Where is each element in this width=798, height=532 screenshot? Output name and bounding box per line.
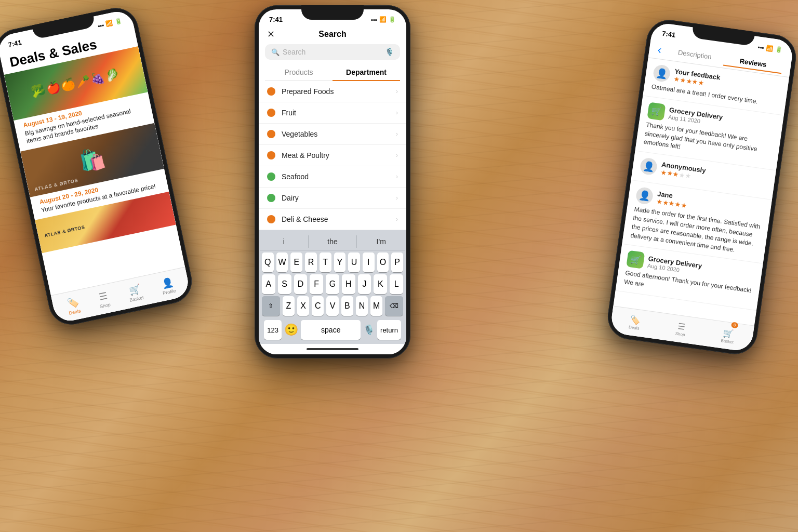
search-tabs: Products Department [265,64,400,81]
key-o[interactable]: O [377,252,389,272]
key-numbers[interactable]: 123 [264,320,282,340]
key-k[interactable]: K [374,274,387,294]
review-meta-3: Anonymously ★★★★★ [660,161,706,182]
nav-deals[interactable]: 🏷️ Deals [66,296,82,315]
rnav-shop-icon: ☰ [677,321,686,332]
wifi-icon: 📶 [105,19,113,28]
key-n[interactable]: N [356,296,368,316]
dept-dot-meat [267,151,275,159]
key-x[interactable]: X [297,296,309,316]
key-u[interactable]: U [348,252,360,272]
key-i[interactable]: I [363,252,375,272]
back-button[interactable]: ‹ [657,43,662,57]
chevron-meat: › [396,152,398,159]
search-input-bar[interactable]: 🔍 Search 🎙️ [265,44,400,60]
home-indicator-2 [259,344,406,354]
chevron-veg: › [396,130,398,138]
status-icons-2: ▪▪▪ 📶 🔋 [371,16,396,23]
key-q[interactable]: Q [262,252,274,272]
dept-name-meat: Meat & Poultry [282,151,390,159]
keyboard-row-4: 123 🙂 space 🎙️ return [260,318,405,344]
keyboard-row-1: Q W E R T Y U I O P [262,252,403,272]
rnav-deals[interactable]: 🏷️ Deals [629,314,641,331]
key-f[interactable]: F [310,274,323,294]
dept-dairy[interactable]: Dairy › [259,188,406,209]
key-a[interactable]: A [262,274,275,294]
deals-label: Deals [69,308,82,316]
key-r[interactable]: R [305,252,317,272]
chevron-seafood: › [396,173,398,180]
suggest-im[interactable]: I'm [357,235,405,248]
key-w[interactable]: W [276,252,288,272]
key-shift[interactable]: ⇧ [262,296,280,316]
battery-icon: 🔋 [114,18,123,26]
basket-badge: 0 [731,322,738,329]
keyboard-row-2: A S D F G H J K L [262,274,403,294]
nav-basket[interactable]: 🛒 Basket [126,283,144,303]
dept-prepared-foods[interactable]: Prepared Foods › [259,81,406,102]
key-emoji[interactable]: 🙂 [284,323,298,337]
rnav-basket[interactable]: 0 🛒 Basket [721,327,736,344]
key-space[interactable]: space [301,320,361,340]
key-g[interactable]: G [326,274,339,294]
chevron-prepared: › [396,88,398,95]
search-placeholder: Search [283,48,382,56]
home-bar-2 [307,348,358,350]
key-p[interactable]: P [391,252,403,272]
suggest-the[interactable]: the [309,235,357,248]
dept-dot-deli [267,215,275,223]
close-button[interactable]: ✕ [267,29,275,40]
review-meta-4: Jane ★★★★★ [656,190,689,209]
mic-icon[interactable]: 🎙️ [385,48,394,56]
keyboard: i the I'm Q W E R T Y U I O [259,230,406,344]
basket-icon: 🛒 [128,283,141,296]
dept-seafood[interactable]: Seafood › [259,166,406,188]
key-b[interactable]: B [341,296,353,316]
dept-fruit[interactable]: Fruit › [259,102,406,124]
phone2-frame: 7:41 ▪▪▪ 📶 🔋 ✕ Search 🔍 Search 🎙 [255,5,410,358]
key-mic[interactable]: 🎙️ [363,324,375,336]
key-m[interactable]: M [370,296,382,316]
signal-icon-2: ▪▪▪ [371,17,377,23]
search-page-title: Search [318,30,346,39]
dept-vegetables[interactable]: Vegetables › [259,124,406,145]
key-c[interactable]: C [312,296,324,316]
shop-icon: ☰ [98,290,108,303]
key-h[interactable]: H [342,274,355,294]
avatar-3: 👤 [639,157,658,176]
rnav-deals-icon: 🏷️ [629,314,641,326]
dept-name-veg: Vegetables [282,130,390,138]
dept-name-prepared: Prepared Foods [282,87,390,96]
tab-department[interactable]: Department [332,64,400,81]
notch-2 [301,5,364,20]
deals-icon: 🏷️ [66,296,79,309]
rnav-shop-label: Shop [675,331,685,338]
dept-deli[interactable]: Deli & Cheese › [259,209,406,230]
dept-name-deli: Deli & Cheese [282,215,390,223]
status-icons-3: ▪▪▪ 📶 🔋 [757,43,783,54]
nav-shop[interactable]: ☰ Shop [97,289,111,309]
key-d[interactable]: D [294,274,308,294]
key-y[interactable]: Y [334,252,346,272]
dept-dot-fruit [267,109,275,117]
nav-profile[interactable]: 👤 Profile [159,275,176,296]
phone2-screen: 7:41 ▪▪▪ 📶 🔋 ✕ Search 🔍 Search 🎙 [259,9,406,354]
key-v[interactable]: V [326,296,338,316]
key-backspace[interactable]: ⌫ [385,296,403,316]
rnav-shop[interactable]: ☰ Shop [675,321,687,337]
key-e[interactable]: E [290,252,302,272]
key-l[interactable]: L [390,274,403,294]
dept-meat-poultry[interactable]: Meat & Poultry › [259,145,406,166]
tab-products[interactable]: Products [265,64,332,81]
chevron-dairy: › [396,194,398,202]
dept-dot-veg [267,130,275,138]
dept-name-seafood: Seafood [282,172,390,181]
key-j[interactable]: J [358,274,371,294]
avatar-2: 🛒 [647,102,666,121]
suggest-i[interactable]: i [260,235,309,248]
key-return[interactable]: return [377,320,401,340]
key-z[interactable]: Z [283,296,295,316]
key-t[interactable]: T [320,252,331,272]
key-s[interactable]: S [278,274,291,294]
time-2: 7:41 [269,16,283,23]
